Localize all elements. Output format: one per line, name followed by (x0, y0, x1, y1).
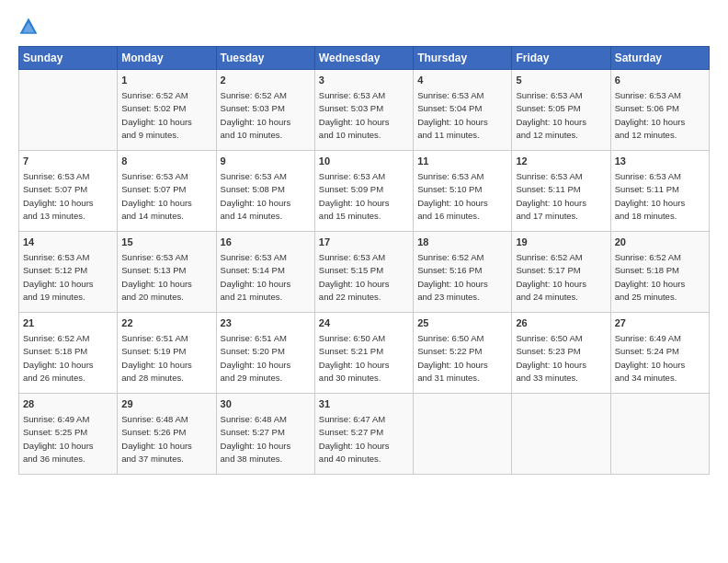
day-number: 11 (417, 155, 507, 169)
calendar-week-row: 14Sunrise: 6:53 AM Sunset: 5:12 PM Dayli… (19, 232, 710, 313)
header-cell: Tuesday (216, 47, 314, 70)
day-info: Sunrise: 6:53 AM Sunset: 5:09 PM Dayligh… (319, 171, 390, 222)
day-number: 7 (23, 155, 113, 169)
day-number: 27 (615, 316, 705, 331)
calendar-cell: 26Sunrise: 6:50 AM Sunset: 5:23 PM Dayli… (512, 313, 610, 394)
header-cell: Wednesday (314, 47, 413, 70)
day-number: 22 (121, 316, 211, 331)
day-info: Sunrise: 6:53 AM Sunset: 5:13 PM Dayligh… (121, 252, 192, 303)
calendar-cell: 18Sunrise: 6:52 AM Sunset: 5:16 PM Dayli… (414, 232, 512, 313)
day-info: Sunrise: 6:48 AM Sunset: 5:27 PM Dayligh… (221, 414, 291, 465)
day-info: Sunrise: 6:50 AM Sunset: 5:22 PM Dayligh… (417, 333, 488, 384)
day-number: 17 (319, 236, 409, 250)
day-info: Sunrise: 6:53 AM Sunset: 5:14 PM Dayligh… (221, 252, 291, 303)
day-number: 31 (319, 397, 409, 412)
header-row (18, 17, 710, 37)
calendar-cell: 15Sunrise: 6:53 AM Sunset: 5:13 PM Dayli… (118, 232, 216, 313)
header-cell: Saturday (610, 47, 709, 70)
day-info: Sunrise: 6:50 AM Sunset: 5:23 PM Dayligh… (516, 333, 586, 384)
day-info: Sunrise: 6:52 AM Sunset: 5:18 PM Dayligh… (615, 252, 686, 303)
calendar-cell (19, 70, 118, 151)
day-info: Sunrise: 6:52 AM Sunset: 5:02 PM Dayligh… (121, 90, 192, 141)
day-number: 8 (121, 155, 211, 169)
calendar-cell: 6Sunrise: 6:53 AM Sunset: 5:06 PM Daylig… (610, 70, 709, 151)
calendar-cell: 1Sunrise: 6:52 AM Sunset: 5:02 PM Daylig… (118, 70, 216, 151)
calendar-cell: 29Sunrise: 6:48 AM Sunset: 5:26 PM Dayli… (118, 394, 216, 475)
day-number: 13 (615, 155, 705, 169)
calendar-cell: 14Sunrise: 6:53 AM Sunset: 5:12 PM Dayli… (19, 232, 118, 313)
day-info: Sunrise: 6:50 AM Sunset: 5:21 PM Dayligh… (319, 333, 390, 384)
calendar-header: SundayMondayTuesdayWednesdayThursdayFrid… (19, 47, 710, 70)
day-number: 20 (615, 236, 705, 250)
calendar-cell: 21Sunrise: 6:52 AM Sunset: 5:18 PM Dayli… (19, 313, 118, 394)
calendar-cell: 12Sunrise: 6:53 AM Sunset: 5:11 PM Dayli… (512, 151, 610, 232)
calendar-cell: 5Sunrise: 6:53 AM Sunset: 5:05 PM Daylig… (512, 70, 610, 151)
calendar-cell: 3Sunrise: 6:53 AM Sunset: 5:03 PM Daylig… (314, 70, 413, 151)
calendar-cell (414, 394, 512, 475)
calendar-cell (512, 394, 610, 475)
day-number: 9 (221, 155, 311, 169)
calendar-cell: 22Sunrise: 6:51 AM Sunset: 5:19 PM Dayli… (118, 313, 216, 394)
logo (18, 17, 42, 37)
day-info: Sunrise: 6:53 AM Sunset: 5:12 PM Dayligh… (23, 252, 94, 303)
calendar-cell: 19Sunrise: 6:52 AM Sunset: 5:17 PM Dayli… (512, 232, 610, 313)
calendar-cell: 17Sunrise: 6:53 AM Sunset: 5:15 PM Dayli… (314, 232, 413, 313)
day-info: Sunrise: 6:53 AM Sunset: 5:11 PM Dayligh… (615, 171, 686, 222)
day-info: Sunrise: 6:49 AM Sunset: 5:25 PM Dayligh… (23, 414, 94, 465)
day-info: Sunrise: 6:53 AM Sunset: 5:11 PM Dayligh… (516, 171, 586, 222)
day-number: 4 (417, 74, 507, 88)
day-number: 30 (221, 397, 311, 412)
day-number: 1 (121, 74, 211, 88)
calendar-cell: 31Sunrise: 6:47 AM Sunset: 5:27 PM Dayli… (314, 394, 413, 475)
day-info: Sunrise: 6:52 AM Sunset: 5:03 PM Dayligh… (221, 90, 291, 141)
calendar-cell: 27Sunrise: 6:49 AM Sunset: 5:24 PM Dayli… (610, 313, 709, 394)
header-cell: Sunday (19, 47, 118, 70)
day-info: Sunrise: 6:53 AM Sunset: 5:07 PM Dayligh… (121, 171, 192, 222)
day-info: Sunrise: 6:48 AM Sunset: 5:26 PM Dayligh… (121, 414, 192, 465)
calendar-cell: 8Sunrise: 6:53 AM Sunset: 5:07 PM Daylig… (118, 151, 216, 232)
day-number: 23 (221, 316, 311, 331)
day-info: Sunrise: 6:53 AM Sunset: 5:05 PM Dayligh… (516, 90, 586, 141)
calendar-cell (610, 394, 709, 475)
day-number: 2 (221, 74, 311, 88)
header-cell: Monday (118, 47, 216, 70)
day-number: 25 (417, 316, 507, 331)
day-number: 10 (319, 155, 409, 169)
calendar-body: 1Sunrise: 6:52 AM Sunset: 5:02 PM Daylig… (19, 70, 710, 475)
calendar-week-row: 1Sunrise: 6:52 AM Sunset: 5:02 PM Daylig… (19, 70, 710, 151)
calendar-cell: 30Sunrise: 6:48 AM Sunset: 5:27 PM Dayli… (216, 394, 314, 475)
header-cell: Friday (512, 47, 610, 70)
day-info: Sunrise: 6:52 AM Sunset: 5:17 PM Dayligh… (516, 252, 586, 303)
day-info: Sunrise: 6:52 AM Sunset: 5:18 PM Dayligh… (23, 333, 94, 384)
day-info: Sunrise: 6:51 AM Sunset: 5:19 PM Dayligh… (121, 333, 192, 384)
day-number: 15 (121, 236, 211, 250)
day-info: Sunrise: 6:53 AM Sunset: 5:08 PM Dayligh… (221, 171, 291, 222)
calendar-week-row: 21Sunrise: 6:52 AM Sunset: 5:18 PM Dayli… (19, 313, 710, 394)
day-info: Sunrise: 6:53 AM Sunset: 5:03 PM Dayligh… (319, 90, 390, 141)
day-number: 5 (516, 74, 606, 88)
day-number: 19 (516, 236, 606, 250)
day-number: 21 (23, 316, 113, 331)
day-info: Sunrise: 6:49 AM Sunset: 5:24 PM Dayligh… (615, 333, 686, 384)
calendar-week-row: 7Sunrise: 6:53 AM Sunset: 5:07 PM Daylig… (19, 151, 710, 232)
calendar-cell: 7Sunrise: 6:53 AM Sunset: 5:07 PM Daylig… (19, 151, 118, 232)
calendar-cell: 4Sunrise: 6:53 AM Sunset: 5:04 PM Daylig… (414, 70, 512, 151)
day-number: 24 (319, 316, 409, 331)
day-number: 28 (23, 397, 113, 412)
calendar-cell: 10Sunrise: 6:53 AM Sunset: 5:09 PM Dayli… (314, 151, 413, 232)
day-number: 3 (319, 74, 409, 88)
day-info: Sunrise: 6:47 AM Sunset: 5:27 PM Dayligh… (319, 414, 390, 465)
logo-icon (18, 17, 39, 37)
day-number: 18 (417, 236, 507, 250)
day-info: Sunrise: 6:53 AM Sunset: 5:04 PM Dayligh… (417, 90, 488, 141)
calendar-cell: 2Sunrise: 6:52 AM Sunset: 5:03 PM Daylig… (216, 70, 314, 151)
day-info: Sunrise: 6:52 AM Sunset: 5:16 PM Dayligh… (417, 252, 488, 303)
calendar-cell: 16Sunrise: 6:53 AM Sunset: 5:14 PM Dayli… (216, 232, 314, 313)
calendar-cell: 9Sunrise: 6:53 AM Sunset: 5:08 PM Daylig… (216, 151, 314, 232)
day-number: 26 (516, 316, 606, 331)
day-info: Sunrise: 6:53 AM Sunset: 5:06 PM Dayligh… (615, 90, 686, 141)
calendar-table: SundayMondayTuesdayWednesdayThursdayFrid… (18, 46, 710, 475)
calendar-cell: 23Sunrise: 6:51 AM Sunset: 5:20 PM Dayli… (216, 313, 314, 394)
calendar-cell: 13Sunrise: 6:53 AM Sunset: 5:11 PM Dayli… (610, 151, 709, 232)
day-number: 16 (221, 236, 311, 250)
